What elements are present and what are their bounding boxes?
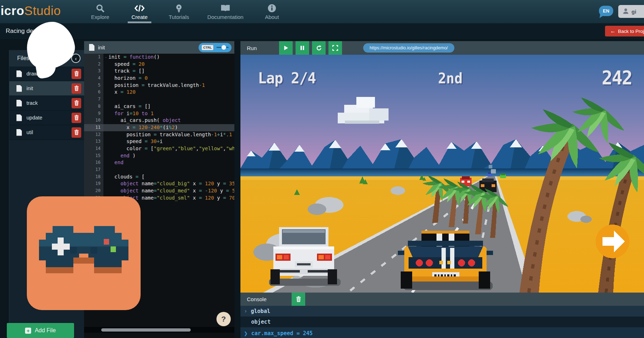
back-to-projects-button[interactable]: ← Back to Proj: [605, 26, 644, 36]
project-bar: Racing demo ← Back to Proj: [0, 23, 644, 39]
project-icon-sticker: [27, 196, 141, 310]
editor-tab-title: init: [98, 44, 105, 50]
file-name: update: [26, 115, 42, 121]
play-icon: [283, 45, 289, 51]
fullscreen-button[interactable]: [328, 41, 342, 55]
delete-file-button[interactable]: [72, 98, 81, 108]
gamepad-icon: [39, 226, 128, 281]
console-text: object: [251, 319, 270, 325]
back-arrow-icon: ←: [610, 28, 616, 34]
nav-label: Explore: [91, 14, 109, 20]
file-row-track[interactable]: track: [9, 96, 84, 111]
console-text: global: [251, 308, 270, 314]
horizontal-scrollbar[interactable]: [101, 328, 191, 332]
file-icon: [89, 44, 94, 51]
run-buttons: [279, 41, 342, 55]
file-row-util[interactable]: util: [9, 125, 84, 140]
nav-label: Create: [131, 14, 147, 20]
game-scene: [240, 55, 644, 293]
language-badge[interactable]: EN: [599, 6, 613, 16]
search-icon: [96, 4, 105, 13]
code-icon: [134, 4, 145, 13]
console-entry: › global: [240, 306, 644, 317]
horizon-band: [240, 168, 644, 176]
nav-item-about[interactable]: About: [252, 0, 292, 23]
fullscreen-icon: [332, 45, 338, 51]
file-row-init[interactable]: init: [9, 81, 84, 96]
console-title: Console: [247, 296, 267, 302]
file-name: draw: [26, 71, 38, 77]
code-lines: 1-init = function()2 speed = 203 track =…: [84, 54, 234, 201]
logo-suffix: Studio: [24, 4, 61, 18]
help-button[interactable]: ?: [216, 312, 231, 326]
nav-item-explore[interactable]: Explore: [80, 0, 120, 23]
trash-icon: [74, 85, 79, 91]
trash-icon: [74, 100, 79, 106]
nav-item-create[interactable]: Create: [120, 0, 159, 23]
reload-icon: [316, 45, 322, 51]
console-text: car.max_speed = 245: [251, 330, 313, 337]
book-icon: [220, 4, 230, 13]
hud-race-position: 2nd: [438, 70, 463, 87]
nav-label: Tutorials: [169, 14, 189, 20]
file-name: init: [26, 85, 33, 91]
run-label: Run: [247, 45, 257, 51]
main-nav: Explore Create Tutorials Documentation A…: [80, 0, 292, 23]
app-logo[interactable]: microStudio: [0, 4, 61, 18]
microstudio-app: microStudio Explore Create Tutorials Doc…: [0, 0, 644, 338]
pause-button[interactable]: [296, 41, 309, 55]
console-header: Console: [240, 293, 644, 306]
editor-scrollbar-track: [84, 327, 234, 333]
add-file-label: Add File: [35, 327, 56, 334]
info-icon: [267, 4, 277, 13]
reload-button[interactable]: [312, 41, 326, 55]
delete-file-button[interactable]: [72, 127, 81, 138]
file-icon: [16, 114, 22, 121]
delete-file-button[interactable]: [72, 113, 81, 123]
editor-tab-bar: init CTRL: [84, 41, 234, 54]
file-row-update[interactable]: update: [9, 111, 84, 125]
clear-console-button[interactable]: [292, 293, 305, 306]
preview-panel: Run https://microstudio.io/gilles/racing…: [240, 41, 644, 338]
console-output[interactable]: › global object ❯ car.max_speed = 245: [240, 306, 644, 338]
ctrl-keycap: CTRL: [201, 45, 214, 50]
turn-arrow-sign: [596, 225, 629, 258]
console-entry: ❯ car.max_speed = 245: [240, 327, 644, 338]
trash-icon: [74, 115, 79, 121]
delete-file-button[interactable]: [72, 83, 81, 94]
user-name: gi: [631, 9, 636, 15]
file-icon: [16, 70, 22, 77]
trash-icon: [74, 71, 79, 77]
game-viewport[interactable]: Lap 2/4 2nd 242: [240, 55, 644, 293]
hud-speed: 242: [602, 67, 632, 89]
trash-icon: [296, 296, 301, 302]
nav-label: Documentation: [208, 14, 244, 20]
file-icon: [16, 85, 22, 92]
nav-label: About: [265, 14, 279, 20]
file-name: track: [26, 100, 38, 106]
nav-item-tutorials[interactable]: Tutorials: [159, 0, 199, 23]
game-url[interactable]: https://microstudio.io/gilles/racingdemo…: [363, 43, 454, 53]
prompt-chevron-icon: ❯: [244, 330, 248, 337]
slider-track[interactable]: [216, 47, 229, 48]
bulb-icon: [174, 4, 184, 13]
add-file-button[interactable]: + Add File: [7, 323, 74, 338]
top-nav: microStudio Explore Create Tutorials Doc…: [0, 0, 644, 23]
back-label: Back to Proj: [618, 29, 644, 34]
run-toolbar: Run https://microstudio.io/gilles/racing…: [240, 41, 644, 55]
delete-file-button[interactable]: [72, 69, 81, 79]
file-icon: [16, 100, 22, 107]
file-name: util: [26, 129, 33, 135]
ctrl-size-toggle[interactable]: CTRL: [199, 43, 231, 52]
user-button[interactable]: gi: [618, 5, 644, 18]
play-button[interactable]: [279, 41, 293, 55]
console-entry: object: [240, 317, 644, 327]
user-icon: [623, 8, 629, 15]
trash-icon: [74, 129, 79, 135]
logo-prefix: micro: [0, 4, 24, 18]
chevron-right-icon: ›: [244, 308, 247, 314]
slider-knob[interactable]: [221, 45, 226, 50]
hud-lap-counter: Lap 2/4: [258, 69, 316, 87]
plus-icon: +: [25, 328, 31, 334]
nav-item-documentation[interactable]: Documentation: [199, 0, 252, 23]
